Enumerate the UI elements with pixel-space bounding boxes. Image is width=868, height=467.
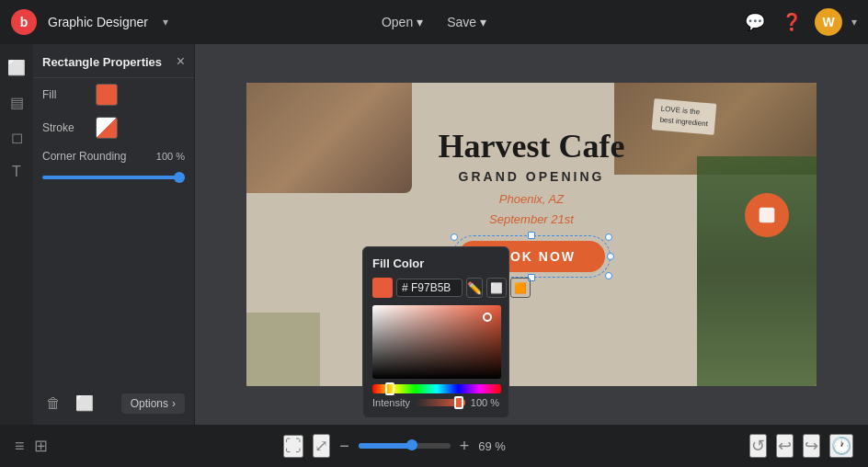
fill-label: Fill xyxy=(42,88,88,101)
intensity-handle xyxy=(454,396,463,409)
stroke-row: Stroke xyxy=(33,111,194,144)
handle-tl[interactable] xyxy=(451,234,458,241)
canvas-image: LOVE is thebest ingredient Harvest Cafe … xyxy=(246,83,817,386)
comment-icon[interactable]: 💬 xyxy=(741,8,769,36)
corner-row: Corner Rounding 100 % xyxy=(33,144,194,188)
gradient-toggle-button[interactable]: ⬜ xyxy=(486,278,507,298)
gradient-handle xyxy=(483,313,492,322)
sidebar-icon-text[interactable]: T xyxy=(3,158,30,186)
stroke-color-swatch[interactable] xyxy=(96,117,118,139)
canvas-area: Fill Color ✏️ ⬜ 🟧 Intensity xyxy=(195,44,868,425)
fill-row: Fill xyxy=(33,78,194,111)
handle-top[interactable] xyxy=(528,232,535,239)
fill-color-popup: Fill Color ✏️ ⬜ 🟧 Intensity xyxy=(362,246,509,418)
fill-input-row: ✏️ ⬜ 🟧 xyxy=(372,278,499,298)
fill-color-swatch[interactable] xyxy=(96,84,118,106)
history-button[interactable]: 🕐 xyxy=(829,434,853,458)
zoom-in-button[interactable]: + xyxy=(460,437,470,456)
avatar-chevron[interactable]: ▾ xyxy=(851,16,857,28)
sidebar-icon-layers[interactable]: ▤ xyxy=(3,88,30,116)
topbar: b Graphic Designer ▾ Open ▾ Save ▾ 💬 ❓ W… xyxy=(0,0,868,44)
props-bottom: 🗑 ⬜ Options › xyxy=(33,391,194,416)
eyedropper-button[interactable]: ✏️ xyxy=(466,278,483,298)
float-icon xyxy=(745,193,789,237)
intensity-pct: 100 % xyxy=(471,397,499,408)
hue-bar[interactable] xyxy=(372,384,501,393)
help-icon[interactable]: ❓ xyxy=(778,8,805,36)
loop-button[interactable]: ↺ xyxy=(749,434,767,458)
corner-slider[interactable] xyxy=(42,176,185,179)
zoom-out-button[interactable]: − xyxy=(339,437,349,456)
props-header: Rectangle Properties × xyxy=(33,44,194,78)
hue-handle xyxy=(385,382,394,395)
handle-tr[interactable] xyxy=(605,234,612,241)
app-logo: b xyxy=(11,9,37,35)
handle-br[interactable] xyxy=(605,272,612,279)
properties-panel: Rectangle Properties × Fill Stroke Corne… xyxy=(33,44,195,425)
poster-title: Harvest Cafe xyxy=(246,129,817,165)
open-button[interactable]: Open ▾ xyxy=(372,10,432,34)
app-name: Graphic Designer xyxy=(48,15,148,29)
handle-right[interactable] xyxy=(607,253,614,260)
bb-center: ⛶ ⤢ − + 69 % xyxy=(59,434,738,458)
grid-icon[interactable]: ⊞ xyxy=(34,436,48,456)
fill-popup-title: Fill Color xyxy=(372,256,499,270)
poster-info: Phoenix, AZ September 21st xyxy=(246,189,817,230)
corner-label: Corner Rounding xyxy=(42,150,126,163)
intensity-bar[interactable] xyxy=(416,399,465,406)
fill-popup-swatch[interactable] xyxy=(372,278,393,298)
intensity-label: Intensity xyxy=(372,397,410,408)
delete-button[interactable]: 🗑 xyxy=(42,392,64,416)
svg-rect-0 xyxy=(760,208,775,223)
stroke-label: Stroke xyxy=(42,121,88,134)
swatch-toggle-button[interactable]: 🟧 xyxy=(510,278,531,298)
props-close-button[interactable]: × xyxy=(177,53,185,70)
redo-button[interactable]: ↪ xyxy=(803,434,820,458)
duplicate-button[interactable]: ⬜ xyxy=(72,391,97,416)
topbar-center: Open ▾ Save ▾ xyxy=(372,10,496,34)
intensity-row: Intensity 100 % xyxy=(372,397,499,408)
props-title: Rectangle Properties xyxy=(42,55,162,69)
fit-screen-button[interactable]: ⛶ xyxy=(283,435,303,458)
zoom-slider[interactable] xyxy=(359,443,451,449)
app-chevron[interactable]: ▾ xyxy=(163,16,168,28)
avatar[interactable]: W xyxy=(815,8,842,36)
topbar-right: 💬 ❓ W ▾ xyxy=(741,8,857,36)
zoom-handle xyxy=(406,439,417,450)
full-screen-button[interactable]: ⤢ xyxy=(313,434,330,458)
fill-extra-buttons: ⬜ 🟧 xyxy=(486,278,531,298)
options-button[interactable]: Options › xyxy=(121,393,185,414)
layers-icon[interactable]: ≡ xyxy=(15,437,25,456)
save-button[interactable]: Save ▾ xyxy=(438,10,496,34)
sidebar-icon-select[interactable]: ⬜ xyxy=(3,53,30,81)
zoom-fill xyxy=(359,443,414,449)
cutlery-bg xyxy=(246,313,320,386)
poster-content: Harvest Cafe GRAND OPENING Phoenix, AZ S… xyxy=(246,129,817,272)
poster-subtitle: GRAND OPENING xyxy=(246,169,817,184)
bottombar: ≡ ⊞ ⛶ ⤢ − + 69 % ↺ ↩ ↪ 🕐 xyxy=(0,425,868,467)
sidebar-icons: ⬜ ▤ ◻ T xyxy=(0,44,33,425)
fill-hex-input[interactable] xyxy=(396,279,463,297)
main-area: ⬜ ▤ ◻ T Rectangle Properties × Fill Stro… xyxy=(0,44,868,425)
zoom-pct: 69 % xyxy=(478,439,513,453)
bb-left: ≡ ⊞ xyxy=(15,436,48,456)
corner-pct: 100 % xyxy=(156,151,185,162)
sidebar-icon-shapes[interactable]: ◻ xyxy=(3,123,30,151)
color-gradient-picker[interactable] xyxy=(372,305,501,379)
bb-right: ↺ ↩ ↪ 🕐 xyxy=(749,434,853,458)
undo-button[interactable]: ↩ xyxy=(776,434,794,458)
